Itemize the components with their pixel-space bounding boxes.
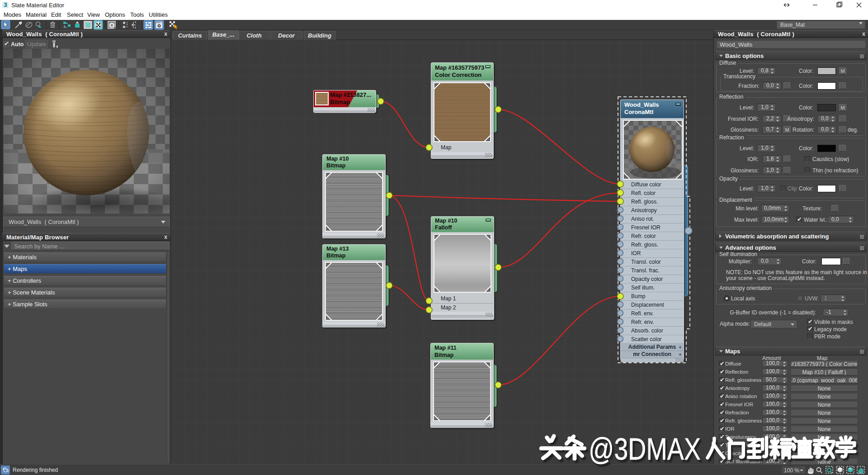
svg-text:O: O: [109, 21, 115, 29]
